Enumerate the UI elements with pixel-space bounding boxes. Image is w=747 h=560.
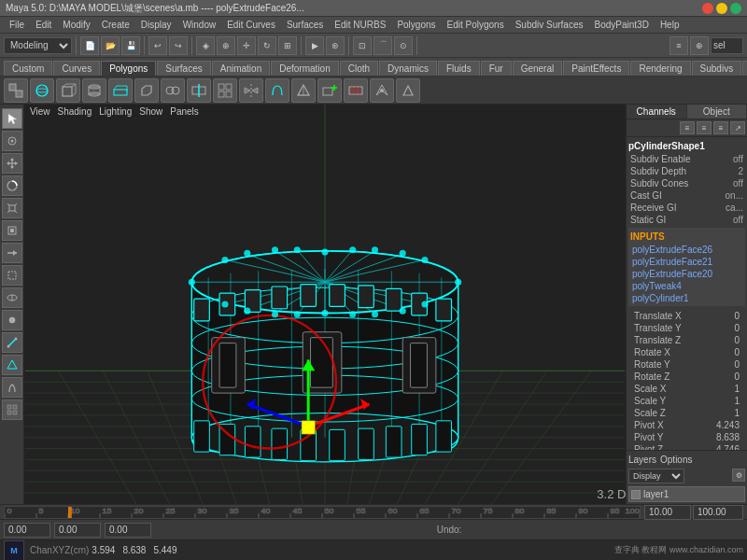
maximize-button[interactable] bbox=[730, 3, 741, 14]
shelf-delete-edge[interactable] bbox=[344, 78, 368, 103]
sculpt-tool[interactable] bbox=[2, 377, 22, 398]
tab-polygons[interactable]: Polygons bbox=[101, 61, 156, 76]
last-tool[interactable] bbox=[2, 243, 22, 263]
create-face[interactable] bbox=[2, 355, 22, 375]
shelf-bevel[interactable] bbox=[134, 78, 159, 103]
minimize-button[interactable] bbox=[716, 3, 727, 14]
render-button[interactable]: ▶ bbox=[305, 36, 324, 55]
panels-menu[interactable]: Panels bbox=[170, 106, 199, 117]
layers-options-icon[interactable]: ⚙ bbox=[732, 469, 745, 482]
menu-item-polygons[interactable]: Polygons bbox=[391, 17, 441, 33]
history-button[interactable]: ≡ bbox=[669, 36, 688, 55]
tab-general[interactable]: General bbox=[513, 61, 563, 76]
tab-radiansquare[interactable]: RadiantSquare bbox=[742, 61, 747, 76]
tab-options[interactable]: Options bbox=[660, 455, 692, 465]
region-select[interactable] bbox=[2, 265, 22, 286]
tab-fur[interactable]: Fur bbox=[481, 61, 512, 76]
mode-selector[interactable]: Modeling Animation Dynamics Rendering bbox=[4, 37, 72, 54]
menu-item-create[interactable]: Create bbox=[96, 17, 135, 33]
autokey-button[interactable]: ⊕ bbox=[690, 36, 709, 55]
lighting-menu[interactable]: Lighting bbox=[99, 106, 132, 117]
lasso-tool[interactable]: ⊕ bbox=[217, 36, 235, 55]
shelf-poke[interactable] bbox=[370, 78, 394, 103]
tab-cloth[interactable]: Cloth bbox=[340, 61, 378, 76]
tab-object[interactable]: Object bbox=[687, 105, 748, 119]
move-tool[interactable]: ✛ bbox=[237, 36, 256, 55]
select-tool-left[interactable] bbox=[2, 108, 22, 129]
paint-tool[interactable] bbox=[2, 131, 22, 151]
ipr-button[interactable]: ⊛ bbox=[326, 36, 345, 55]
shelf-merge[interactable] bbox=[161, 78, 185, 103]
tab-rendering[interactable]: Rendering bbox=[630, 61, 690, 76]
tab-animation[interactable]: Animation bbox=[212, 61, 270, 76]
tab-dynamics[interactable]: Dynamics bbox=[379, 61, 437, 76]
shelf-extrude[interactable] bbox=[108, 78, 133, 103]
scale-tool[interactable]: ⊞ bbox=[278, 36, 297, 55]
shelf-wedge[interactable] bbox=[396, 78, 420, 103]
tab-layers[interactable]: Layers bbox=[628, 455, 656, 465]
current-frame-field[interactable] bbox=[644, 505, 691, 520]
rotate-tool-left[interactable] bbox=[2, 175, 22, 196]
menu-item-subdiv-surfaces[interactable]: Subdiv Surfaces bbox=[510, 17, 589, 33]
snap-point[interactable]: ⊙ bbox=[394, 36, 413, 55]
input-polyTweak4[interactable]: polyTweak4 bbox=[630, 280, 743, 292]
scale-tool-left[interactable] bbox=[2, 198, 22, 218]
shelf-triangulate[interactable] bbox=[291, 78, 316, 103]
channel-filter-icon[interactable]: ≡ bbox=[697, 121, 712, 134]
channel-menu-icon[interactable]: ≡ bbox=[713, 121, 728, 134]
shelf-subdiv[interactable] bbox=[213, 78, 237, 103]
snap-curve[interactable]: ⌒ bbox=[374, 36, 392, 55]
shelf-combine[interactable] bbox=[4, 78, 28, 103]
end-frame-field[interactable] bbox=[693, 505, 743, 520]
menu-item-surfaces[interactable]: Surfaces bbox=[281, 17, 329, 33]
tab-surfaces[interactable]: Surfaces bbox=[157, 61, 210, 76]
menu-item-file[interactable]: File bbox=[4, 17, 30, 33]
undo-button[interactable]: ↩ bbox=[148, 36, 167, 55]
menu-item-edit-polygons[interactable]: Edit Polygons bbox=[442, 17, 510, 33]
new-scene-button[interactable]: 📄 bbox=[80, 36, 99, 55]
view-menu[interactable]: View bbox=[30, 106, 50, 117]
timeline-ruler[interactable]: 0 5 10 15 20 25 30 35 40 45 50 55 60 65 … bbox=[4, 506, 641, 519]
input-polyCylinder1[interactable]: polyCylinder1 bbox=[630, 292, 743, 304]
select-tool[interactable]: ◈ bbox=[196, 36, 215, 55]
channel-expand-icon[interactable]: ↗ bbox=[730, 121, 745, 134]
status-field-z[interactable] bbox=[105, 523, 151, 538]
snap-grid[interactable]: ⊡ bbox=[353, 36, 372, 55]
close-button[interactable] bbox=[702, 3, 713, 14]
status-field-y[interactable] bbox=[54, 523, 101, 538]
menu-item-bodypaint3d[interactable]: BodyPaint3D bbox=[589, 17, 655, 33]
show-manip-tool[interactable] bbox=[2, 220, 22, 241]
tab-painteffects[interactable]: PaintEffects bbox=[563, 61, 629, 76]
redo-button[interactable]: ↪ bbox=[169, 36, 188, 55]
soft-select[interactable] bbox=[2, 287, 22, 308]
shelf-mirror[interactable] bbox=[239, 78, 263, 103]
status-field-x[interactable] bbox=[4, 523, 50, 538]
rotate-tool[interactable]: ↻ bbox=[258, 36, 276, 55]
shelf-split[interactable] bbox=[187, 78, 211, 103]
tab-custom[interactable]: Custom bbox=[4, 61, 52, 76]
selection-field[interactable] bbox=[711, 37, 743, 54]
menu-item-edit[interactable]: Edit bbox=[30, 17, 57, 33]
menu-item-display[interactable]: Display bbox=[135, 17, 177, 33]
input-polyExtrude26[interactable]: polyExtrudeFace26 bbox=[630, 244, 743, 256]
input-polyExtrude20[interactable]: polyExtrudeFace20 bbox=[630, 268, 743, 280]
shelf-smooth[interactable] bbox=[265, 78, 289, 103]
menu-item-help[interactable]: Help bbox=[655, 17, 685, 33]
shading-menu[interactable]: Shading bbox=[58, 106, 92, 117]
create-edge[interactable] bbox=[2, 332, 22, 353]
create-vertex[interactable] bbox=[2, 310, 22, 330]
menu-item-window[interactable]: Window bbox=[177, 17, 222, 33]
display-mode-select[interactable]: Display bbox=[628, 469, 684, 483]
open-scene-button[interactable]: 📂 bbox=[101, 36, 120, 55]
3d-viewport[interactable]: View Shading Lighting Show Panels bbox=[24, 105, 626, 504]
tab-channels[interactable]: Channels bbox=[627, 105, 687, 119]
menu-item-modify[interactable]: Modify bbox=[57, 17, 95, 33]
shelf-sphere[interactable] bbox=[30, 78, 54, 103]
layer1-visibility[interactable] bbox=[631, 490, 641, 499]
tab-fluids[interactable]: Fluids bbox=[438, 61, 480, 76]
shelf-append[interactable] bbox=[317, 78, 342, 103]
shelf-cylinder[interactable] bbox=[82, 78, 106, 103]
layout-icon[interactable] bbox=[2, 399, 22, 420]
save-scene-button[interactable]: 💾 bbox=[121, 36, 140, 55]
menu-item-edit-curves[interactable]: Edit Curves bbox=[221, 17, 281, 33]
